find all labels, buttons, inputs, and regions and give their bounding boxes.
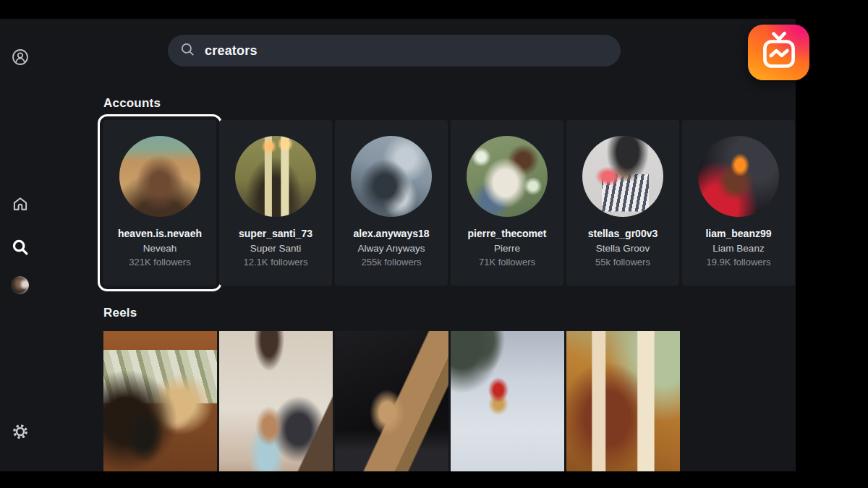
account-followers: 321K followers (103, 257, 216, 267)
search-icon (11, 238, 30, 257)
account-followers: 71K followers (451, 257, 563, 267)
search-input[interactable]: creators (168, 35, 621, 67)
home-button[interactable] (11, 194, 30, 213)
home-icon (11, 194, 30, 213)
search-query-text: creators (205, 43, 258, 59)
account-card[interactable]: stellas_gr00v3 Stella Groov 55k follower… (566, 120, 679, 286)
igtv-logo (748, 25, 809, 80)
accounts-row: heaven.is.nevaeh Neveah 321K followers s… (103, 120, 795, 286)
reel-thumbnail[interactable] (219, 331, 333, 471)
profile-avatar[interactable] (11, 276, 29, 294)
account-username: liam_beanz99 (682, 228, 795, 239)
profile-picture (235, 136, 316, 217)
account-followers: 19.9K followers (682, 257, 795, 267)
account-card[interactable]: liam_beanz99 Liam Beanz 19.9K followers (682, 120, 795, 286)
account-username: heaven.is.nevaeh (103, 228, 216, 239)
profile-picture (467, 136, 548, 217)
search-bar-icon (179, 41, 195, 60)
account-name: Liam Beanz (682, 243, 795, 254)
profile-picture (698, 136, 779, 217)
account-switcher-button[interactable] (11, 48, 30, 67)
account-card[interactable]: alex.anyways18 Alway Anyways 255k follow… (335, 120, 448, 286)
screen: creators Accounts heaven.is.nevaeh Nevea… (0, 0, 868, 488)
account-username: pierre_thecomet (451, 228, 563, 239)
account-username: alex.anyways18 (335, 228, 448, 239)
account-card[interactable]: super_santi_73 Super Santi 12.1K followe… (219, 120, 332, 286)
accounts-section-title: Accounts (103, 96, 161, 111)
reels-section-title: Reels (103, 306, 137, 320)
account-name: Neveah (103, 243, 216, 254)
reel-thumbnail[interactable] (335, 331, 448, 471)
account-name: Super Santi (219, 243, 332, 254)
reel-thumbnail[interactable] (451, 331, 564, 471)
igtv-tv-icon (759, 31, 799, 74)
account-username: super_santi_73 (219, 228, 332, 239)
profile-picture (351, 136, 432, 217)
search-nav-button[interactable] (11, 238, 30, 257)
account-card[interactable]: pierre_thecomet Pierre 71K followers (451, 120, 563, 286)
account-username: stellas_gr00v3 (566, 228, 679, 239)
reels-row (103, 331, 680, 471)
account-followers: 55k followers (566, 257, 679, 267)
account-followers: 255k followers (335, 257, 448, 267)
account-name: Stella Groov (566, 243, 679, 254)
reel-thumbnail[interactable] (566, 331, 680, 471)
account-followers: 12.1K followers (219, 257, 332, 267)
settings-button[interactable] (11, 422, 30, 441)
account-card[interactable]: heaven.is.nevaeh Neveah 321K followers (103, 120, 216, 286)
reel-thumbnail[interactable] (103, 331, 217, 471)
account-name: Alway Anyways (335, 243, 448, 254)
profile-picture (119, 136, 200, 217)
igtv-app-window: creators Accounts heaven.is.nevaeh Nevea… (0, 19, 796, 471)
account-switcher-icon (11, 48, 30, 67)
settings-gear-icon (11, 422, 30, 441)
account-name: Pierre (451, 243, 563, 254)
profile-picture (582, 136, 663, 217)
